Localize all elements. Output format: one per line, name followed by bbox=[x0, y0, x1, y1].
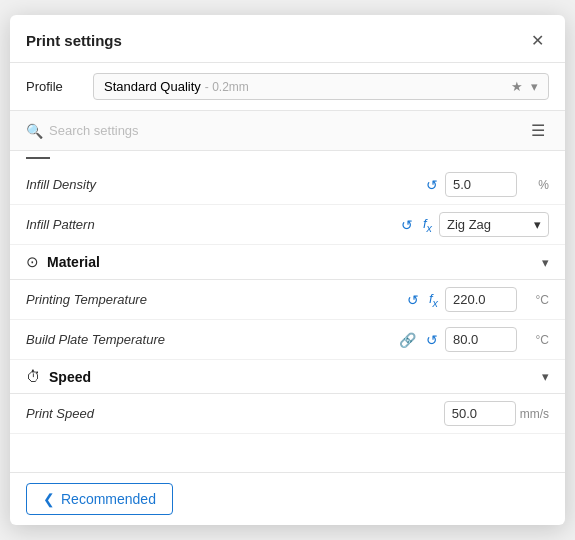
material-chevron-icon: ▾ bbox=[542, 255, 549, 270]
speed-section-header[interactable]: ⏱ Speed ▾ bbox=[10, 360, 565, 394]
settings-content: Infill Density ↺ % Infill Pattern ↺ fx Z… bbox=[10, 151, 565, 472]
infill-pattern-row: Infill Pattern ↺ fx Zig Zag ▾ bbox=[10, 205, 565, 245]
print-speed-controls: mm/s bbox=[444, 401, 549, 426]
search-icon: 🔍 bbox=[26, 123, 43, 139]
hamburger-icon: ☰ bbox=[531, 122, 545, 139]
search-input[interactable] bbox=[49, 123, 521, 138]
chevron-down-icon: ▾ bbox=[531, 79, 538, 94]
printing-temp-label: Printing Temperature bbox=[26, 292, 404, 307]
infill-density-unit: % bbox=[521, 178, 549, 192]
speed-section-title: Speed bbox=[49, 369, 542, 385]
infill-pattern-controls: ↺ fx Zig Zag ▾ bbox=[398, 212, 549, 237]
profile-name: Standard Quality- 0.2mm bbox=[104, 79, 249, 94]
build-plate-temp-row: Build Plate Temperature 🔗 ↺ °C bbox=[10, 320, 565, 360]
print-settings-dialog: Print settings ✕ Profile Standard Qualit… bbox=[10, 15, 565, 525]
speed-chevron-icon: ▾ bbox=[542, 369, 549, 384]
printing-temp-unit: °C bbox=[521, 293, 549, 307]
material-section-title: Material bbox=[47, 254, 542, 270]
build-plate-temp-input[interactable] bbox=[445, 327, 517, 352]
infill-pattern-formula-button[interactable]: fx bbox=[420, 214, 435, 236]
build-plate-temp-link-button[interactable]: 🔗 bbox=[396, 330, 419, 350]
infill-density-input[interactable] bbox=[445, 172, 517, 197]
profile-label: Profile bbox=[26, 79, 81, 94]
infill-density-controls: ↺ % bbox=[423, 172, 549, 197]
recommended-label: Recommended bbox=[61, 491, 156, 507]
infill-density-reset-button[interactable]: ↺ bbox=[423, 175, 441, 195]
profile-row: Profile Standard Quality- 0.2mm ★ ▾ bbox=[10, 63, 565, 111]
close-button[interactable]: ✕ bbox=[526, 29, 549, 52]
printing-temp-formula-button[interactable]: fx bbox=[426, 289, 441, 311]
infill-pattern-chevron: ▾ bbox=[534, 217, 541, 232]
printing-temp-row: Printing Temperature ↺ fx °C bbox=[10, 280, 565, 320]
dash-divider bbox=[26, 157, 50, 159]
speed-icon: ⏱ bbox=[26, 368, 41, 385]
profile-select-icons: ★ ▾ bbox=[511, 79, 538, 94]
material-icon: ⊙ bbox=[26, 253, 39, 271]
bottom-bar: ❮ Recommended bbox=[10, 472, 565, 525]
build-plate-temp-unit: °C bbox=[521, 333, 549, 347]
build-plate-temp-reset-button[interactable]: ↺ bbox=[423, 330, 441, 350]
infill-density-label: Infill Density bbox=[26, 177, 423, 192]
recommended-button[interactable]: ❮ Recommended bbox=[26, 483, 173, 515]
infill-pattern-dropdown[interactable]: Zig Zag ▾ bbox=[439, 212, 549, 237]
infill-density-row: Infill Density ↺ % bbox=[10, 165, 565, 205]
print-speed-input[interactable] bbox=[444, 401, 516, 426]
search-row: 🔍 ☰ bbox=[10, 111, 565, 151]
printing-temp-reset-button[interactable]: ↺ bbox=[404, 290, 422, 310]
material-section-header[interactable]: ⊙ Material ▾ bbox=[10, 245, 565, 280]
dialog-header: Print settings ✕ bbox=[10, 15, 565, 63]
infill-pattern-value: Zig Zag bbox=[447, 217, 491, 232]
hamburger-button[interactable]: ☰ bbox=[527, 119, 549, 142]
print-speed-unit: mm/s bbox=[520, 407, 549, 421]
dialog-title: Print settings bbox=[26, 32, 122, 49]
print-speed-row: Print Speed mm/s bbox=[10, 394, 565, 434]
build-plate-temp-label: Build Plate Temperature bbox=[26, 332, 396, 347]
chevron-left-icon: ❮ bbox=[43, 491, 55, 507]
star-icon: ★ bbox=[511, 79, 523, 94]
infill-pattern-label: Infill Pattern bbox=[26, 217, 398, 232]
printing-temp-controls: ↺ fx °C bbox=[404, 287, 549, 312]
profile-select[interactable]: Standard Quality- 0.2mm ★ ▾ bbox=[93, 73, 549, 100]
build-plate-temp-controls: 🔗 ↺ °C bbox=[396, 327, 549, 352]
infill-pattern-reset-button[interactable]: ↺ bbox=[398, 215, 416, 235]
print-speed-label: Print Speed bbox=[26, 406, 444, 421]
printing-temp-input[interactable] bbox=[445, 287, 517, 312]
